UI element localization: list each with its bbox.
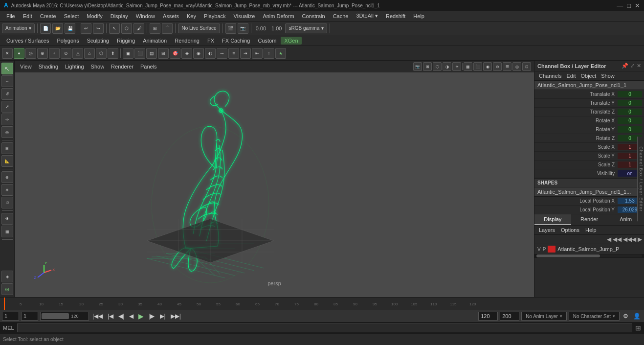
menu-help[interactable]: Help (410, 12, 428, 20)
shelf-icon-1[interactable]: ✕ (2, 48, 13, 59)
vp-menu-panels[interactable]: Panels (138, 63, 159, 70)
vp-wire-icon[interactable]: ⬡ (433, 62, 442, 71)
vp-camera-icon[interactable]: 📷 (413, 62, 422, 71)
vp-menu-show[interactable]: Show (89, 63, 107, 70)
undo-icon[interactable]: ↩ (81, 23, 91, 34)
shelf-icon-17[interactable]: ◉ (193, 48, 204, 59)
shelf-icon-12[interactable]: ⬛ (134, 48, 145, 59)
xyz-btn[interactable]: ⊛ (1, 283, 13, 295)
shelf-icon-9[interactable]: ⬡ (96, 48, 107, 59)
new-file-icon[interactable]: 📄 (40, 23, 51, 34)
script-editor-icon[interactable]: ⊞ (635, 324, 641, 332)
channel-rotate-y[interactable]: Rotate Y 0 (534, 125, 644, 134)
render-icon[interactable]: 🎬 (225, 23, 236, 34)
shelf-icon-18[interactable]: ◐ (205, 48, 216, 59)
shelf-icon-20[interactable]: ≡ (228, 48, 239, 59)
vp-menu-view[interactable]: View (18, 63, 34, 70)
hist-btn[interactable]: ⏱ (1, 197, 13, 208)
shelf-icon-16[interactable]: ◈ (181, 48, 192, 59)
transport-skip-end[interactable]: ▶▶| (169, 312, 182, 320)
module-custom[interactable]: Custom (255, 37, 280, 45)
vp-hud-icon[interactable]: ☰ (503, 62, 511, 71)
xray-btn[interactable]: ◈ (1, 271, 13, 282)
vp-poly-icon[interactable]: ▦ (464, 62, 472, 71)
redo-icon[interactable]: ↪ (93, 23, 104, 34)
no-live-surface-btn[interactable]: No Live Surface (178, 23, 220, 33)
transport-next-key[interactable]: ▶| (158, 312, 167, 320)
menu-key[interactable]: Key (183, 12, 200, 20)
no-char-set-dropdown[interactable]: No Character Set ▾ (569, 312, 620, 321)
snap-curve-icon[interactable]: ⌒ (162, 23, 173, 34)
layer-type-toggle[interactable]: P (543, 247, 546, 252)
shelf-icon-22[interactable]: ⇤ (252, 48, 263, 59)
vp-isolate-icon[interactable]: ⊙ (493, 62, 502, 71)
paint-select-icon[interactable]: 🖌 (133, 23, 144, 34)
snap-btn[interactable]: ⊞ (1, 142, 13, 154)
cb-menu-show[interactable]: Show (600, 72, 616, 79)
char-map-btn[interactable]: 👤 (632, 312, 642, 320)
channel-scale-y[interactable]: Scale Y 1 (534, 152, 644, 161)
channel-scale-x[interactable]: Scale X 1 (534, 143, 644, 152)
channel-rotate-z[interactable]: Rotate Z 0 (534, 134, 644, 143)
menu-anim-deform[interactable]: Anim Deform (259, 12, 297, 20)
vp-shaded-icon[interactable]: ◑ (443, 62, 451, 71)
current-frame-input[interactable] (21, 312, 38, 321)
menu-visualize[interactable]: Visualize (230, 12, 259, 20)
vp-smooth-icon[interactable]: ◉ (483, 62, 492, 71)
module-xgen[interactable]: XGen (281, 37, 301, 45)
options-menu[interactable]: Options (559, 227, 581, 233)
minimize-button[interactable]: — (617, 2, 623, 9)
move-tool-btn[interactable]: ↔ (1, 75, 13, 87)
menu-assets[interactable]: Assets (159, 12, 182, 20)
module-fx[interactable]: FX (204, 37, 218, 45)
translate-x-value[interactable]: 0 (618, 91, 642, 97)
module-fx-caching[interactable]: FX Caching (219, 37, 253, 45)
select-tool-btn[interactable]: ↖ (1, 63, 13, 74)
layer-btn[interactable]: ▦ (1, 226, 13, 237)
translate-y-value[interactable]: 0 (618, 100, 642, 106)
cb-menu-object[interactable]: Object (579, 72, 598, 79)
maximize-button[interactable]: □ (627, 2, 631, 9)
select-icon[interactable]: ↖ (109, 23, 120, 34)
rotate-y-value[interactable]: 0 (618, 126, 642, 133)
vp-light-icon[interactable]: ☀ (452, 62, 461, 71)
shelf-icon-2[interactable]: ● (14, 48, 24, 59)
start-frame-input[interactable] (2, 312, 19, 321)
menu-select[interactable]: Select (61, 12, 83, 20)
transport-step-fwd[interactable]: |▶ (147, 312, 156, 320)
transport-skip-start[interactable]: |◀◀ (91, 312, 104, 320)
shelf-icon-4[interactable]: ⊕ (37, 48, 48, 59)
playback-start-field[interactable] (478, 312, 498, 321)
layers-menu[interactable]: Layers (537, 227, 556, 233)
module-animation[interactable]: Animation (139, 37, 170, 45)
cb-close-icon[interactable]: ✕ (637, 63, 641, 69)
measure-btn[interactable]: 📐 (1, 155, 13, 167)
rotate-tool-btn[interactable]: ↺ (1, 88, 13, 100)
menu-file[interactable]: File (3, 12, 19, 20)
shelf-icon-8[interactable]: ⌂ (84, 48, 95, 59)
shelf-icon-11[interactable]: ▣ (123, 48, 133, 59)
transport-prev-key[interactable]: |◀ (106, 312, 115, 320)
menu-cache[interactable]: Cache (330, 12, 352, 20)
shelf-icon-5[interactable]: + (49, 48, 60, 59)
menu-playback[interactable]: Playback (200, 12, 229, 20)
close-button[interactable]: ✕ (635, 2, 640, 9)
soft-mod-btn[interactable]: ◎ (1, 126, 13, 138)
layer-visibility-toggle[interactable]: V (537, 247, 541, 252)
timeline-ruler[interactable]: 5 10 15 20 25 30 35 40 45 50 55 60 65 70… (0, 298, 644, 310)
menu-redshift[interactable]: Redshift (382, 12, 409, 20)
universal-tool-btn[interactable]: ☩ (1, 114, 13, 125)
shelf-icon-7[interactable]: △ (72, 48, 83, 59)
playback-range[interactable]: 120 (40, 312, 89, 321)
mel-input[interactable] (17, 323, 632, 332)
channel-translate-z[interactable]: Translate Z 0 (534, 108, 644, 116)
help-menu[interactable]: Help (584, 227, 598, 233)
viewport[interactable]: View Shading Lighting Show Renderer Pane… (15, 61, 534, 297)
rotate-x-value[interactable]: 0 (618, 117, 642, 124)
gamma-dropdown[interactable]: sRGB gamma ▾ (285, 23, 327, 33)
menu-3dtoall[interactable]: 3DtoAll ▾ (353, 12, 381, 20)
channel-visibility[interactable]: Visibility on (534, 169, 644, 178)
save-file-icon[interactable]: 💾 (65, 23, 75, 34)
vp-res-icon[interactable]: ⊡ (522, 62, 531, 71)
transport-play-back[interactable]: ◀ (128, 312, 135, 320)
